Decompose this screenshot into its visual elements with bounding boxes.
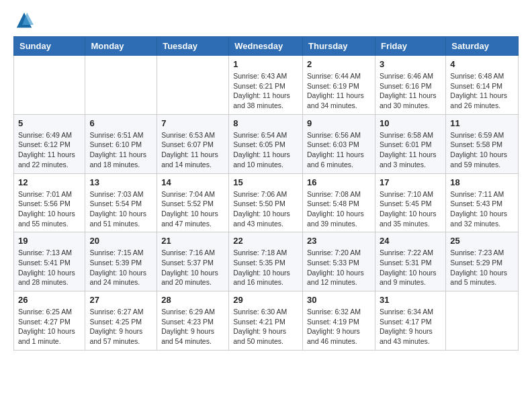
calendar-cell: 26Sunrise: 6:25 AM Sunset: 4:27 PM Dayli…: [14, 291, 85, 351]
calendar-cell: 7Sunrise: 6:53 AM Sunset: 6:07 PM Daylig…: [157, 114, 229, 173]
day-info: Sunrise: 7:18 AM Sunset: 5:35 PM Dayligh…: [233, 248, 298, 287]
day-info: Sunrise: 7:01 AM Sunset: 5:56 PM Dayligh…: [18, 189, 81, 229]
day-info: Sunrise: 6:56 AM Sunset: 6:03 PM Dayligh…: [307, 130, 371, 170]
calendar-cell: 14Sunrise: 7:04 AM Sunset: 5:52 PM Dayli…: [157, 173, 229, 232]
day-number: 29: [233, 295, 298, 305]
calendar-cell: 8Sunrise: 6:54 AM Sunset: 6:05 PM Daylig…: [229, 114, 303, 173]
day-info: Sunrise: 7:15 AM Sunset: 5:39 PM Dayligh…: [89, 248, 152, 287]
day-number: 27: [89, 295, 152, 305]
day-info: Sunrise: 7:08 AM Sunset: 5:48 PM Dayligh…: [307, 189, 371, 229]
day-info: Sunrise: 7:03 AM Sunset: 5:54 PM Dayligh…: [89, 189, 152, 229]
day-number: 10: [380, 118, 441, 128]
calendar-cell: 4Sunrise: 6:48 AM Sunset: 6:14 PM Daylig…: [446, 56, 519, 115]
calendar-cell: 3Sunrise: 6:46 AM Sunset: 6:16 PM Daylig…: [375, 56, 445, 115]
day-info: Sunrise: 7:20 AM Sunset: 5:33 PM Dayligh…: [307, 248, 371, 287]
day-number: 22: [233, 236, 298, 246]
day-number: 25: [450, 236, 514, 246]
day-number: 7: [161, 118, 224, 128]
day-info: Sunrise: 6:48 AM Sunset: 6:14 PM Dayligh…: [450, 71, 514, 111]
day-number: 20: [89, 236, 152, 246]
day-info: Sunrise: 6:51 AM Sunset: 6:10 PM Dayligh…: [89, 130, 152, 170]
day-number: 6: [89, 118, 152, 128]
day-info: Sunrise: 6:30 AM Sunset: 4:21 PM Dayligh…: [233, 307, 298, 347]
calendar-cell: 19Sunrise: 7:13 AM Sunset: 5:41 PM Dayli…: [14, 232, 85, 291]
day-number: 1: [233, 59, 298, 69]
day-number: 16: [307, 177, 371, 187]
day-number: 11: [450, 118, 514, 128]
calendar-cell: [446, 291, 519, 351]
day-info: Sunrise: 7:22 AM Sunset: 5:31 PM Dayligh…: [380, 248, 441, 287]
day-number: 30: [307, 295, 371, 305]
day-info: Sunrise: 7:11 AM Sunset: 5:43 PM Dayligh…: [450, 189, 514, 229]
weekday-header: Wednesday: [229, 37, 303, 56]
day-info: Sunrise: 6:32 AM Sunset: 4:19 PM Dayligh…: [307, 307, 371, 347]
day-number: 18: [450, 177, 514, 187]
day-number: 24: [380, 236, 441, 246]
weekday-header: Monday: [85, 37, 157, 56]
day-number: 12: [18, 177, 81, 187]
calendar-cell: [14, 56, 85, 115]
calendar-cell: 23Sunrise: 7:20 AM Sunset: 5:33 PM Dayli…: [303, 232, 375, 291]
calendar-cell: 20Sunrise: 7:15 AM Sunset: 5:39 PM Dayli…: [85, 232, 157, 291]
calendar-cell: 1Sunrise: 6:43 AM Sunset: 6:21 PM Daylig…: [229, 56, 303, 115]
weekday-header: Saturday: [446, 37, 519, 56]
calendar-cell: 17Sunrise: 7:10 AM Sunset: 5:45 PM Dayli…: [375, 173, 445, 232]
calendar-cell: 27Sunrise: 6:27 AM Sunset: 4:25 PM Dayli…: [85, 291, 157, 351]
calendar-cell: 6Sunrise: 6:51 AM Sunset: 6:10 PM Daylig…: [85, 114, 157, 173]
day-number: 17: [380, 177, 441, 187]
day-number: 19: [18, 236, 81, 246]
page: SundayMondayTuesdayWednesdayThursdayFrid…: [0, 0, 532, 361]
calendar-cell: 2Sunrise: 6:44 AM Sunset: 6:19 PM Daylig…: [303, 56, 375, 115]
calendar-week-row: 19Sunrise: 7:13 AM Sunset: 5:41 PM Dayli…: [14, 232, 519, 291]
calendar-cell: 31Sunrise: 6:34 AM Sunset: 4:17 PM Dayli…: [375, 291, 445, 351]
weekday-header: Sunday: [14, 37, 85, 56]
day-info: Sunrise: 6:29 AM Sunset: 4:23 PM Dayligh…: [161, 307, 224, 347]
day-info: Sunrise: 6:49 AM Sunset: 6:12 PM Dayligh…: [18, 130, 81, 170]
calendar-cell: 16Sunrise: 7:08 AM Sunset: 5:48 PM Dayli…: [303, 173, 375, 232]
calendar-week-row: 26Sunrise: 6:25 AM Sunset: 4:27 PM Dayli…: [14, 291, 519, 351]
day-info: Sunrise: 7:13 AM Sunset: 5:41 PM Dayligh…: [18, 248, 81, 287]
day-number: 5: [18, 118, 81, 128]
calendar-cell: 13Sunrise: 7:03 AM Sunset: 5:54 PM Dayli…: [85, 173, 157, 232]
day-number: 8: [233, 118, 298, 128]
calendar-cell: 24Sunrise: 7:22 AM Sunset: 5:31 PM Dayli…: [375, 232, 445, 291]
calendar-cell: 28Sunrise: 6:29 AM Sunset: 4:23 PM Dayli…: [157, 291, 229, 351]
day-number: 15: [233, 177, 298, 187]
calendar-week-row: 5Sunrise: 6:49 AM Sunset: 6:12 PM Daylig…: [14, 114, 519, 173]
logo: [13, 11, 34, 30]
day-info: Sunrise: 7:10 AM Sunset: 5:45 PM Dayligh…: [380, 189, 441, 229]
day-number: 9: [307, 118, 371, 128]
calendar-cell: 12Sunrise: 7:01 AM Sunset: 5:56 PM Dayli…: [14, 173, 85, 232]
day-info: Sunrise: 6:27 AM Sunset: 4:25 PM Dayligh…: [89, 307, 152, 347]
logo-icon: [15, 11, 34, 30]
calendar-header-row: SundayMondayTuesdayWednesdayThursdayFrid…: [14, 37, 519, 56]
calendar-cell: 5Sunrise: 6:49 AM Sunset: 6:12 PM Daylig…: [14, 114, 85, 173]
day-info: Sunrise: 7:16 AM Sunset: 5:37 PM Dayligh…: [161, 248, 224, 287]
day-number: 13: [89, 177, 152, 187]
calendar-cell: [85, 56, 157, 115]
header: [13, 11, 519, 30]
day-number: 2: [307, 59, 371, 69]
day-number: 4: [450, 59, 514, 69]
calendar-cell: 30Sunrise: 6:32 AM Sunset: 4:19 PM Dayli…: [303, 291, 375, 351]
calendar-cell: 29Sunrise: 6:30 AM Sunset: 4:21 PM Dayli…: [229, 291, 303, 351]
calendar-week-row: 1Sunrise: 6:43 AM Sunset: 6:21 PM Daylig…: [14, 56, 519, 115]
calendar-cell: 9Sunrise: 6:56 AM Sunset: 6:03 PM Daylig…: [303, 114, 375, 173]
day-number: 31: [380, 295, 441, 305]
day-info: Sunrise: 6:46 AM Sunset: 6:16 PM Dayligh…: [380, 71, 441, 111]
day-number: 23: [307, 236, 371, 246]
calendar-cell: 15Sunrise: 7:06 AM Sunset: 5:50 PM Dayli…: [229, 173, 303, 232]
weekday-header: Tuesday: [157, 37, 229, 56]
calendar-cell: 11Sunrise: 6:59 AM Sunset: 5:58 PM Dayli…: [446, 114, 519, 173]
weekday-header: Friday: [375, 37, 445, 56]
day-number: 28: [161, 295, 224, 305]
calendar-cell: 25Sunrise: 7:23 AM Sunset: 5:29 PM Dayli…: [446, 232, 519, 291]
day-info: Sunrise: 7:04 AM Sunset: 5:52 PM Dayligh…: [161, 189, 224, 229]
calendar-cell: 22Sunrise: 7:18 AM Sunset: 5:35 PM Dayli…: [229, 232, 303, 291]
calendar-cell: 18Sunrise: 7:11 AM Sunset: 5:43 PM Dayli…: [446, 173, 519, 232]
day-info: Sunrise: 6:59 AM Sunset: 5:58 PM Dayligh…: [450, 130, 514, 170]
day-info: Sunrise: 6:34 AM Sunset: 4:17 PM Dayligh…: [380, 307, 441, 347]
day-info: Sunrise: 6:53 AM Sunset: 6:07 PM Dayligh…: [161, 130, 224, 170]
day-info: Sunrise: 7:23 AM Sunset: 5:29 PM Dayligh…: [450, 248, 514, 287]
day-number: 21: [161, 236, 224, 246]
